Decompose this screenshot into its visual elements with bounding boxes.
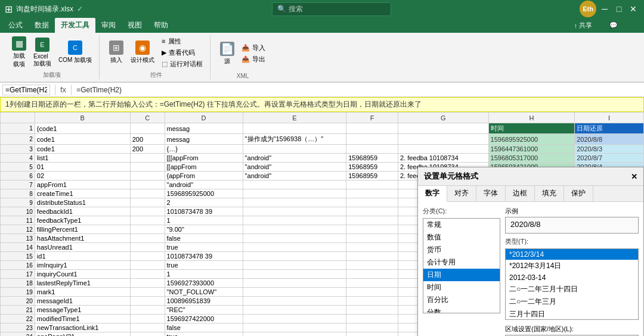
table-cell[interactable]: [130, 315, 165, 323]
btn-import[interactable]: 📥 导入: [239, 43, 268, 53]
table-cell[interactable]: [346, 243, 398, 252]
table-cell[interactable]: [243, 207, 346, 216]
table-cell[interactable]: "android": [165, 181, 243, 189]
table-cell[interactable]: [243, 297, 346, 306]
table-cell[interactable]: [[appFrom: [165, 163, 243, 172]
table-cell[interactable]: [130, 172, 165, 181]
table-cell[interactable]: 1010873478 39: [165, 252, 243, 261]
table-cell[interactable]: 2: [165, 198, 243, 207]
tab-formula[interactable]: 公式: [2, 18, 29, 33]
table-cell[interactable]: modifiedTime1: [35, 315, 130, 323]
table-cell[interactable]: [130, 207, 165, 216]
col-e[interactable]: E: [243, 113, 346, 123]
table-cell[interactable]: [346, 252, 398, 261]
category-item[interactable]: 数值: [423, 231, 500, 244]
table-cell[interactable]: 2020/8/3: [575, 145, 644, 154]
table-cell[interactable]: [243, 243, 346, 252]
table-cell[interactable]: 1596447361000: [488, 145, 575, 154]
table-cell[interactable]: [130, 297, 165, 306]
table-cell[interactable]: 2020/8/8: [575, 134, 644, 145]
table-cell[interactable]: 1596927422000: [165, 315, 243, 323]
table-cell[interactable]: feedbackId1: [35, 207, 130, 216]
table-cell[interactable]: [130, 306, 165, 315]
category-item[interactable]: 时间: [423, 281, 500, 294]
table-cell[interactable]: [243, 234, 346, 243]
table-cell[interactable]: feedbackType1: [35, 216, 130, 225]
table-cell[interactable]: [346, 323, 398, 332]
table-cell[interactable]: "操作成为"1596938（…）": [243, 134, 346, 145]
table-cell[interactable]: [398, 145, 488, 154]
table-cell[interactable]: [243, 189, 346, 198]
table-cell[interactable]: true: [165, 332, 243, 337]
dialog-close-icon[interactable]: ✕: [631, 172, 637, 181]
table-cell[interactable]: 200: [130, 145, 165, 154]
close-button[interactable]: ✕: [627, 3, 639, 15]
table-cell[interactable]: code1: [35, 134, 130, 145]
table-cell[interactable]: 15968959: [346, 154, 398, 163]
btn-insert[interactable]: ⊞ 插入: [107, 39, 126, 66]
search-box[interactable]: 🔍 搜索: [272, 2, 391, 16]
table-cell[interactable]: [346, 198, 398, 207]
dialog-tab-font[interactable]: 字体: [476, 186, 506, 201]
type-list[interactable]: *2012/3/14*2012年3月14日2012-03-14二○一二年三月十四…: [505, 248, 639, 320]
type-item[interactable]: 二○一二年三月: [506, 295, 638, 308]
table-cell[interactable]: [130, 243, 165, 252]
btn-source[interactable]: 📄 源: [218, 41, 237, 67]
table-cell[interactable]: distributeStatus1: [35, 198, 130, 207]
table-cell[interactable]: [346, 297, 398, 306]
type-item[interactable]: *2012年3月14日: [506, 260, 638, 272]
table-cell[interactable]: 200: [130, 134, 165, 145]
table-cell[interactable]: [346, 234, 398, 243]
table-cell[interactable]: [130, 270, 165, 279]
table-cell[interactable]: [243, 225, 346, 234]
table-cell[interactable]: mark1: [35, 288, 130, 297]
table-cell[interactable]: [130, 332, 165, 337]
col-g[interactable]: G: [398, 113, 488, 123]
table-cell[interactable]: [130, 225, 165, 234]
name-box[interactable]: [2, 85, 50, 95]
table-cell[interactable]: [130, 123, 165, 134]
table-cell[interactable]: true: [165, 243, 243, 252]
dialog-tab-number[interactable]: 数字: [418, 186, 447, 202]
table-cell[interactable]: lastestReplyTime1: [35, 279, 130, 288]
table-cell[interactable]: [243, 315, 346, 323]
table-cell[interactable]: "android": [243, 163, 346, 172]
table-cell[interactable]: 1: [165, 270, 243, 279]
table-cell[interactable]: 2. feedba 10108734: [398, 154, 488, 163]
table-cell[interactable]: false: [165, 323, 243, 332]
table-cell[interactable]: [130, 163, 165, 172]
table-cell[interactable]: [243, 306, 346, 315]
table-cell[interactable]: newTransactionLink1: [35, 323, 130, 332]
table-cell[interactable]: [130, 198, 165, 207]
table-cell[interactable]: {code1: [35, 123, 130, 134]
table-cell[interactable]: [243, 332, 346, 337]
table-cell[interactable]: "android": [243, 172, 346, 181]
table-cell[interactable]: messag: [165, 123, 243, 134]
table-cell[interactable]: appFrom1: [35, 181, 130, 189]
table-cell[interactable]: 15968959: [346, 172, 398, 181]
dialog-tab-align[interactable]: 对齐: [447, 186, 476, 201]
table-cell[interactable]: [130, 288, 165, 297]
table-cell[interactable]: [346, 123, 398, 134]
type-item[interactable]: 2012-03-14: [506, 272, 638, 283]
col-h[interactable]: H: [488, 113, 575, 123]
table-cell[interactable]: [130, 189, 165, 198]
category-item[interactable]: 百分比: [423, 294, 500, 306]
table-cell[interactable]: 15968959: [346, 163, 398, 172]
btn-export[interactable]: 📤 导出: [239, 54, 268, 64]
table-cell[interactable]: [346, 207, 398, 216]
table-cell[interactable]: hasUnread1: [35, 243, 130, 252]
table-cell[interactable]: [130, 252, 165, 261]
table-cell[interactable]: [243, 252, 346, 261]
table-cell[interactable]: messag: [165, 134, 243, 145]
table-cell[interactable]: [346, 332, 398, 337]
fx-label[interactable]: fx: [60, 85, 66, 94]
category-item[interactable]: 常规: [423, 219, 500, 231]
table-cell[interactable]: "android": [243, 154, 346, 163]
comment-button[interactable]: 💬 批注: [603, 18, 639, 32]
table-cell[interactable]: [130, 279, 165, 288]
table-cell[interactable]: [346, 288, 398, 297]
btn-view-code[interactable]: ▶ 查看代码: [159, 48, 205, 58]
col-b[interactable]: B: [35, 113, 130, 123]
table-cell[interactable]: [346, 145, 398, 154]
